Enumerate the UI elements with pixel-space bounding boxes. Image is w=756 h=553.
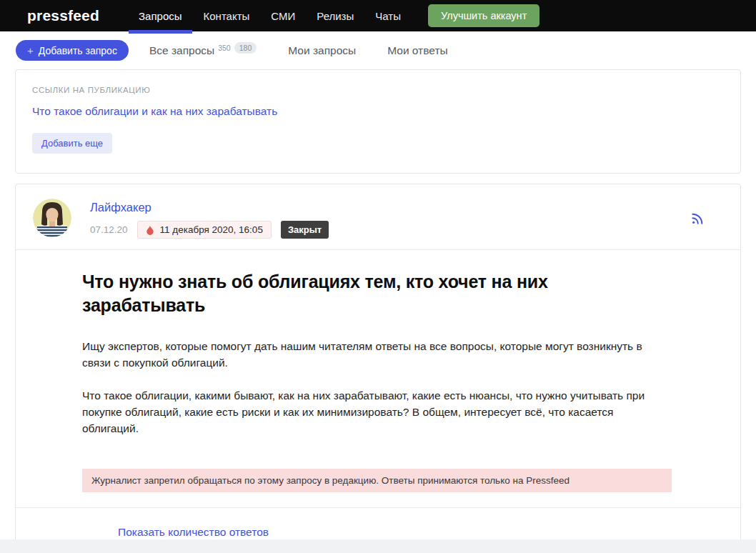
request-head-info: Лайфхакер 07.12.20 11 декабря 2020, 16:0… <box>90 199 329 239</box>
publication-links-card: ССЫЛКИ НА ПУБЛИКАЦИЮ Что такое облигации… <box>15 69 741 174</box>
request-body: Что нужно знать об облигациях тем, кто х… <box>16 250 740 492</box>
nav-item-contacts[interactable]: Контакты <box>204 0 250 31</box>
add-request-label: Добавить запрос <box>39 45 117 56</box>
deadline-badge: 11 декабря 2020, 16:05 <box>137 221 272 239</box>
request-paragraph: Ищу экспертов, которые помогут дать наши… <box>82 338 672 371</box>
source-link[interactable]: Лайфхакер <box>90 201 151 214</box>
show-answers-link[interactable]: Показать количество ответов <box>118 526 269 538</box>
requests-toolbar: + Добавить запрос Все запросы 350 180 Мо… <box>0 31 756 69</box>
top-navigation-bar: pressfeed Запросы Контакты СМИ Релизы Ча… <box>0 0 756 31</box>
journalist-restriction-notice: Журналист запретил обращаться по этому з… <box>82 469 672 492</box>
request-card: Лайфхакер 07.12.20 11 декабря 2020, 16:0… <box>15 184 741 553</box>
status-badge: Закрыт <box>281 221 329 239</box>
tab-all-requests[interactable]: Все запросы 350 180 <box>149 44 257 57</box>
tab-all-requests-label: Все запросы <box>149 44 214 57</box>
request-filter-tabs: Все запросы 350 180 Мои запросы Мои отве… <box>149 44 448 57</box>
request-meta-row: 07.12.20 11 декабря 2020, 16:05 Закрыт <box>90 221 329 239</box>
add-request-button[interactable]: + Добавить запрос <box>16 40 129 61</box>
tab-all-requests-count: 350 <box>218 44 231 52</box>
plus-icon: + <box>27 44 34 56</box>
tab-my-requests[interactable]: Мои запросы <box>288 44 356 57</box>
publication-link[interactable]: Что такое облигации и как на них зарабат… <box>32 105 723 118</box>
nav-item-media[interactable]: СМИ <box>271 0 295 31</box>
request-title: Что нужно знать об облигациях тем, кто х… <box>82 270 672 317</box>
request-date: 07.12.20 <box>90 224 128 235</box>
request-header: Лайфхакер 07.12.20 11 декабря 2020, 16:0… <box>16 184 740 250</box>
tab-my-answers[interactable]: Мои ответы <box>387 44 447 57</box>
page-footer-area <box>0 539 756 553</box>
rss-icon <box>690 211 705 226</box>
rss-button[interactable] <box>690 211 705 228</box>
flame-icon <box>146 225 154 235</box>
tab-all-requests-badge: 180 <box>234 42 257 54</box>
upgrade-account-button[interactable]: Улучшить аккаунт <box>428 4 539 27</box>
deadline-text: 11 декабря 2020, 16:05 <box>160 224 263 235</box>
nav-item-chats[interactable]: Чаты <box>375 0 401 31</box>
request-paragraph: Что такое облигации, какими бывают, как … <box>82 387 672 437</box>
publication-links-label: ССЫЛКИ НА ПУБЛИКАЦИЮ <box>32 86 723 94</box>
pressfeed-logo[interactable]: pressfeed <box>27 7 99 24</box>
avatar-image <box>33 199 71 237</box>
add-more-button[interactable]: Добавить еще <box>32 133 112 154</box>
avatar[interactable] <box>33 199 71 237</box>
main-nav: Запросы Контакты СМИ Релизы Чаты <box>139 0 401 31</box>
nav-item-requests[interactable]: Запросы <box>139 0 182 31</box>
nav-item-releases[interactable]: Релизы <box>317 0 354 31</box>
